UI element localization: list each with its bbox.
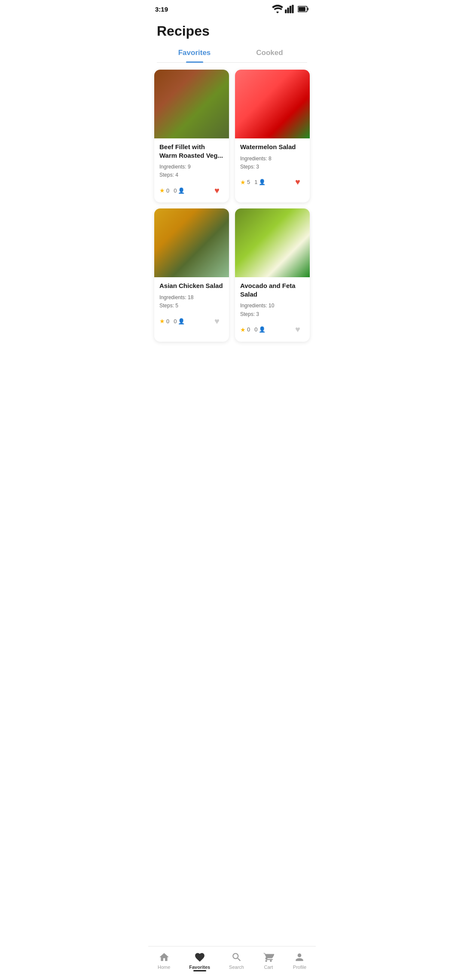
recipe-info-1: Beef Fillet with Warm Roasted Veg... Ing… [154, 138, 229, 202]
recipe-card-1[interactable]: Beef Fillet with Warm Roasted Veg... Ing… [154, 70, 229, 202]
star-icon-4: ★ [240, 326, 246, 333]
recipe-title-2: Watermelon Salad [240, 143, 305, 151]
heart-icon-1: ♥ [214, 186, 220, 196]
recipe-footer-3: ★ 0 0 👤 ♥ [159, 314, 224, 328]
users-stat-3: 0 👤 [174, 318, 185, 325]
svg-rect-1 [287, 8, 289, 13]
heart-icon-4: ♥ [295, 325, 300, 334]
recipe-meta-4: Ingredients: 10 Steps: 3 [240, 302, 305, 318]
tab-favorites[interactable]: Favorites [157, 44, 232, 62]
nav-item-favorites[interactable]: Favorites [184, 950, 215, 971]
user-icon-3: 👤 [178, 318, 185, 325]
recipe-title-1: Beef Fillet with Warm Roasted Veg... [159, 143, 224, 159]
recipe-image-2 [235, 70, 310, 138]
cart-icon [263, 952, 274, 963]
user-icon-1: 👤 [178, 187, 185, 194]
heart-icon-2: ♥ [295, 177, 300, 187]
rating-stat-3: ★ 0 [159, 318, 169, 325]
recipe-info-3: Asian Chicken Salad Ingredients: 18 Step… [154, 277, 229, 333]
recipes-grid: Beef Fillet with Warm Roasted Veg... Ing… [148, 70, 316, 385]
rating-stat-1: ★ 0 [159, 187, 169, 194]
recipe-stats-2: ★ 5 1 👤 [240, 179, 266, 186]
recipe-card-4[interactable]: Avocado and Feta Salad Ingredients: 10 S… [235, 208, 310, 341]
recipe-card-3[interactable]: Asian Chicken Salad Ingredients: 18 Step… [154, 208, 229, 341]
recipe-footer-2: ★ 5 1 👤 ♥ [240, 175, 305, 189]
recipe-stats-3: ★ 0 0 👤 [159, 318, 185, 325]
profile-icon [294, 952, 305, 963]
nav-item-profile[interactable]: Profile [288, 950, 311, 971]
star-icon-2: ★ [240, 179, 246, 186]
nav-item-favorites-wrapper: Favorites [184, 950, 215, 971]
heart-icon-3: ♥ [214, 316, 220, 326]
nav-active-indicator [193, 970, 206, 971]
recipe-info-2: Watermelon Salad Ingredients: 8 Steps: 3… [235, 138, 310, 194]
star-icon-3: ★ [159, 318, 165, 325]
star-icon-1: ★ [159, 187, 165, 194]
recipe-footer-4: ★ 0 0 👤 ♥ [240, 323, 305, 337]
nav-item-home[interactable]: Home [153, 950, 175, 971]
status-time: 3:19 [155, 6, 168, 13]
nav-label-favorites: Favorites [189, 965, 210, 970]
recipe-stats-1: ★ 0 0 👤 [159, 187, 185, 194]
tab-cooked[interactable]: Cooked [232, 44, 307, 62]
favorite-button-3[interactable]: ♥ [210, 314, 224, 328]
users-stat-4: 0 👤 [254, 326, 266, 333]
page-title: Recipes [148, 16, 316, 44]
recipe-meta-2: Ingredients: 8 Steps: 3 [240, 155, 305, 171]
battery-icon [298, 3, 309, 15]
wifi-icon [272, 3, 283, 15]
recipe-info-4: Avocado and Feta Salad Ingredients: 10 S… [235, 277, 310, 341]
status-bar: 3:19 [148, 0, 316, 16]
nav-label-search: Search [229, 965, 244, 970]
svg-rect-5 [308, 8, 308, 11]
recipe-meta-3: Ingredients: 18 Steps: 5 [159, 294, 224, 310]
rating-stat-2: ★ 5 [240, 179, 250, 186]
svg-rect-3 [292, 5, 293, 13]
search-icon [231, 952, 242, 963]
favorite-button-4[interactable]: ♥ [291, 323, 305, 337]
user-icon-2: 👤 [259, 179, 266, 185]
svg-rect-0 [285, 9, 287, 13]
nav-label-home: Home [158, 965, 170, 970]
tabs-container: Favorites Cooked [157, 44, 307, 63]
recipe-image-1 [154, 70, 229, 138]
users-stat-2: 1 👤 [254, 179, 266, 185]
nav-label-cart: Cart [264, 965, 273, 970]
recipe-card-2[interactable]: Watermelon Salad Ingredients: 8 Steps: 3… [235, 70, 310, 202]
recipe-image-4 [235, 208, 310, 277]
svg-rect-6 [299, 7, 305, 11]
nav-item-search[interactable]: Search [224, 950, 249, 971]
favorite-button-1[interactable]: ♥ [210, 184, 224, 197]
svg-rect-2 [290, 6, 291, 13]
rating-stat-4: ★ 0 [240, 326, 250, 333]
favorites-icon [194, 952, 205, 963]
favorite-button-2[interactable]: ♥ [291, 175, 305, 189]
signal-icon [285, 3, 296, 15]
recipe-footer-1: ★ 0 0 👤 ♥ [159, 184, 224, 197]
nav-item-cart[interactable]: Cart [258, 950, 279, 971]
status-icons [272, 3, 309, 15]
recipe-image-3 [154, 208, 229, 277]
nav-label-profile: Profile [293, 965, 306, 970]
home-icon [159, 952, 170, 963]
user-icon-4: 👤 [259, 326, 266, 333]
users-stat-1: 0 👤 [174, 187, 185, 194]
recipe-title-4: Avocado and Feta Salad [240, 282, 305, 298]
bottom-nav: Home Favorites Search Cart Profile [148, 946, 316, 980]
recipe-title-3: Asian Chicken Salad [159, 282, 224, 290]
recipe-stats-4: ★ 0 0 👤 [240, 326, 266, 333]
recipe-meta-1: Ingredients: 9 Steps: 4 [159, 163, 224, 179]
